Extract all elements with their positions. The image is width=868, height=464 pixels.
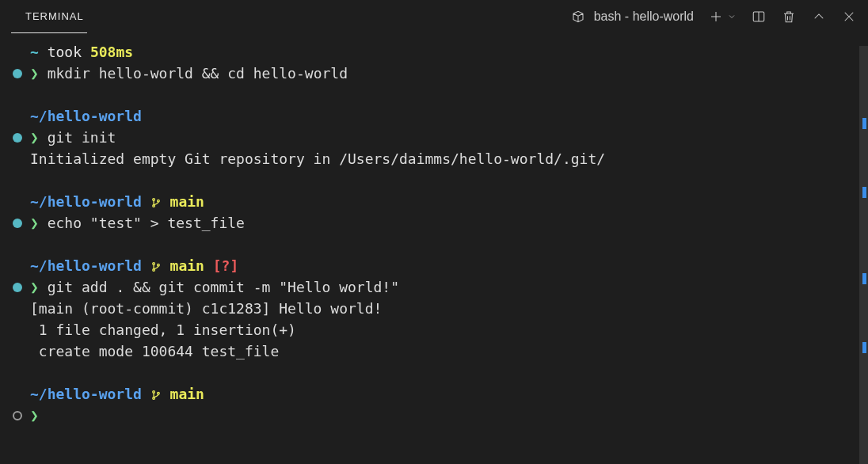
svg-point-1 (152, 199, 154, 201)
prompt-bullet-icon (13, 133, 22, 143)
new-terminal-dropdown[interactable] (727, 9, 737, 25)
prompt-bullet-icon (13, 69, 22, 78)
output-text: [main (root-commit) c1c1283] Hello world… (30, 298, 382, 319)
prompt-arrow-icon: ❯ (30, 212, 48, 234)
terminal-line (13, 362, 855, 383)
terminal-actions (708, 9, 857, 25)
prompt-bullet-icon (13, 411, 22, 420)
command-text: git init (48, 127, 116, 148)
terminal-line: ~/hello-world main [?] (13, 255, 855, 276)
maximize-panel-button[interactable] (811, 9, 827, 25)
terminal-line: ~ took 508ms (13, 41, 855, 63)
prompt-arrow-icon: ❯ (30, 127, 48, 148)
terminal-line (13, 84, 855, 105)
output-text: 1 file changed, 1 insertion(+) (30, 319, 296, 340)
git-branch-icon (150, 384, 162, 405)
terminal-title-group[interactable]: bash - hello-world (570, 9, 694, 25)
prompt-arrow-icon: ❯ (30, 276, 48, 298)
prompt-branch: main (170, 383, 204, 405)
terminal-line: 1 file changed, 1 insertion(+) (13, 319, 855, 340)
terminal-line (13, 169, 855, 191)
terminal-line: ❯ git add . && git commit -m "Hello worl… (13, 276, 855, 298)
panel-tabbar: TERMINAL bash - hello-world (0, 0, 868, 33)
prompt-bullet-slot (13, 283, 30, 292)
prompt-path: ~/hello-world (30, 255, 142, 276)
terminal-line: [main (root-commit) c1c1283] Hello world… (13, 298, 855, 319)
output-text: Initialized empty Git repository in /Use… (30, 148, 605, 169)
terminal-line: ~/hello-world main (13, 383, 855, 405)
command-text: mkdir hello-world && cd hello-world (48, 63, 348, 84)
terminal-line: ~/hello-world main (13, 191, 855, 212)
command-text: git add . && git commit -m "Hello world!… (48, 276, 399, 298)
new-terminal-button[interactable] (708, 9, 724, 25)
prompt-path: ~/hello-world (30, 383, 142, 405)
overview-ruler-mark (862, 118, 866, 129)
prompt-git-status: [?] (213, 255, 239, 276)
svg-point-3 (157, 200, 159, 202)
svg-point-4 (152, 263, 154, 265)
prompt-path: ~/hello-world (30, 191, 142, 212)
prompt-bullet-icon (13, 219, 22, 228)
output-text: create mode 100644 test_file (30, 340, 279, 362)
terminal-title: bash - hello-world (594, 10, 694, 24)
overview-ruler-mark (862, 342, 866, 353)
svg-point-7 (152, 391, 154, 394)
svg-point-6 (157, 264, 159, 266)
prompt-bullet-slot (13, 219, 30, 228)
prompt-bullet-slot (13, 69, 30, 78)
split-terminal-button[interactable] (751, 9, 767, 25)
terminal-line: create mode 100644 test_file (13, 340, 855, 362)
prompt-bullet-slot (13, 133, 30, 143)
root: TERMINAL bash - hello-world (0, 0, 868, 464)
kill-terminal-button[interactable] (781, 9, 797, 25)
prompt-arrow-icon: ❯ (30, 405, 48, 426)
git-branch-icon (150, 256, 162, 277)
prompt-bullet-icon (13, 283, 22, 292)
terminal-view[interactable]: ~ took 508ms❯ mkdir hello-world && cd he… (0, 33, 868, 464)
terminal-line: ❯ mkdir hello-world && cd hello-world (13, 63, 855, 84)
prompt-branch: main (170, 191, 204, 212)
tab-terminal[interactable]: TERMINAL (11, 0, 87, 33)
prompt-branch: main (170, 255, 204, 276)
close-panel-button[interactable] (841, 9, 857, 25)
prompt-path: ~/hello-world (30, 105, 142, 127)
tab-terminal-label: TERMINAL (25, 10, 84, 22)
svg-point-9 (157, 392, 159, 394)
prompt-path: ~ (30, 41, 39, 63)
overview-ruler-mark (862, 273, 866, 284)
terminal-line: ❯ git init (13, 127, 855, 148)
prompt-took-label: took (39, 41, 90, 63)
shell-icon (570, 9, 586, 25)
terminal-line: ❯ echo "test" > test_file (13, 212, 855, 234)
terminal-line: ❯ (13, 405, 855, 426)
terminal-line: ~/hello-world (13, 105, 855, 127)
git-branch-icon (150, 192, 162, 213)
overview-ruler-mark (862, 187, 866, 198)
scrollbar[interactable] (859, 46, 868, 464)
prompt-arrow-icon: ❯ (30, 63, 48, 84)
prompt-took-time: 508ms (90, 41, 133, 63)
prompt-bullet-slot (13, 411, 30, 420)
terminal-line (13, 234, 855, 255)
terminal-line: Initialized empty Git repository in /Use… (13, 148, 855, 169)
command-text: echo "test" > test_file (48, 212, 245, 234)
